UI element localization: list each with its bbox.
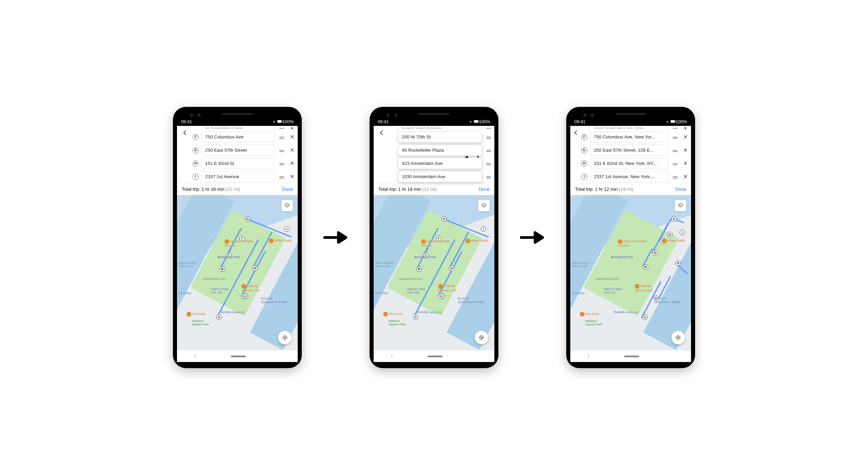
drag-handle-icon[interactable] — [671, 137, 679, 137]
trip-distance: (21 mi) — [226, 187, 240, 192]
waypoint-input[interactable]: 200 W 70th St — [398, 131, 482, 142]
poi-manhattan: MANHATTAN — [218, 255, 240, 259]
location-status-icon — [273, 119, 275, 124]
map-waypoint-B: B — [643, 264, 648, 270]
poi-nj: NEW JERSEYNEW YORK — [376, 262, 393, 268]
map-waypoint-A: A — [216, 315, 222, 320]
drag-handle-icon[interactable] — [671, 176, 679, 177]
poi-hotel57: Hotel 57 NewYork City — [210, 287, 229, 294]
map-layers-button[interactable] — [478, 200, 490, 211]
nav-home-pill[interactable] — [428, 356, 442, 357]
nav-back-icon[interactable]: ‹ — [588, 353, 589, 359]
drag-handle-icon[interactable] — [485, 176, 492, 177]
clock: 09:41 — [378, 119, 389, 124]
remove-waypoint-button[interactable]: ✕ — [288, 127, 296, 129]
directions-header: 1030 Amsterdam Ave, New... ✕ F 750 Colum… — [570, 126, 691, 183]
drag-handle-icon[interactable] — [485, 163, 492, 164]
waypoint-input[interactable]: 45 Rockefeller Plaza — [201, 127, 275, 129]
map-layers-button[interactable] — [675, 200, 686, 211]
map-waypoint-H: H — [449, 266, 454, 271]
map-waypoint-A: A — [413, 315, 418, 320]
waypoint-list[interactable]: Empire State Building 200 W 70th St 45 R… — [389, 127, 492, 182]
remove-waypoint-button[interactable]: ✕ — [682, 147, 689, 153]
waypoint-input[interactable]: 151 E 82nd St — [201, 158, 275, 169]
waypoint-input[interactable]: 250 East 57th Street — [201, 145, 275, 156]
poi-chipotle: ChipotleMexican Grill — [241, 284, 259, 292]
drag-handle-icon[interactable] — [671, 128, 679, 129]
remove-waypoint-button[interactable]: ✕ — [288, 173, 296, 180]
flow-arrow-icon — [322, 229, 349, 246]
nav-home-pill[interactable] — [231, 356, 246, 357]
waypoint-marker-icon: H — [193, 160, 199, 167]
done-button[interactable]: Done — [282, 187, 293, 192]
remove-waypoint-button[interactable]: ✕ — [682, 134, 689, 140]
drag-handle-icon[interactable] — [278, 128, 285, 129]
svg-point-3 — [481, 337, 482, 338]
waypoint-input[interactable]: 1030 Amsterdam Ave — [398, 171, 482, 182]
poi-reinlieb: Reinlieb Laurence — [220, 310, 245, 314]
map-waypoint-H: H — [252, 266, 258, 271]
waypoint-marker-icon: I — [581, 174, 587, 180]
back-button[interactable] — [376, 127, 388, 182]
drag-handle-icon[interactable] — [278, 176, 285, 177]
screen: 09:41 100% 1030 Amsterdam Ave, New... ✕ … — [570, 117, 691, 362]
map-canvas[interactable]: DIFECHBGA Famous FamigliaPizzeria White … — [177, 195, 298, 350]
remove-waypoint-button[interactable]: ✕ — [682, 173, 689, 180]
remove-waypoint-button[interactable]: ✕ — [288, 147, 296, 153]
waypoint-list[interactable]: 1030 Amsterdam Ave, New... ✕ F 750 Colum… — [581, 127, 689, 182]
poi-whitecastle: White Castle — [466, 239, 488, 243]
waypoint-marker-icon: F — [193, 134, 199, 140]
map-canvas[interactable]: EIGFDHBCA Famous FamigliaPizzeria White … — [570, 195, 691, 350]
back-button[interactable] — [572, 127, 580, 182]
status-bar: 09:41 100% — [570, 117, 691, 126]
waypoint-input[interactable]: 2337 1st Avenue, New York,... — [590, 171, 669, 182]
map-waypoint-A: A — [642, 315, 648, 320]
drag-handle-icon[interactable] — [485, 150, 492, 151]
battery-indicator: 100% — [474, 119, 490, 124]
poi-chipotle: ChipotleMexican Grill — [635, 284, 652, 292]
waypoint-row-partial: 45 Rockefeller Plaza ✕ — [193, 127, 296, 129]
location-status-icon — [470, 119, 472, 124]
waypoint-input[interactable]: 1030 Amsterdam Ave, New... — [590, 127, 669, 129]
waypoint-input[interactable]: 2337 1st Avenue — [201, 171, 275, 182]
android-nav-bar: ‹ — [570, 350, 691, 362]
remove-waypoint-button[interactable]: ✕ — [682, 127, 689, 129]
waypoint-input[interactable]: Empire State Building — [398, 127, 482, 129]
drag-handle-icon[interactable] — [671, 150, 679, 151]
my-location-button[interactable] — [671, 331, 685, 344]
android-nav-bar: ‹ — [177, 350, 298, 362]
svg-point-1 — [284, 337, 285, 338]
map-canvas[interactable]: DIFECHBGA Famous FamigliaPizzeria White … — [374, 195, 494, 350]
nav-back-icon[interactable]: ‹ — [391, 353, 393, 359]
drag-handle-icon[interactable] — [278, 150, 285, 151]
drag-handle-icon[interactable] — [485, 137, 492, 137]
map-waypoint-D: D — [441, 216, 447, 222]
waypoint-marker-icon: G — [193, 147, 199, 153]
done-button[interactable]: Done — [675, 187, 686, 192]
map-layers-button[interactable] — [281, 200, 293, 211]
waypoint-list[interactable]: 45 Rockefeller Plaza ✕ F 750 Columbus Av… — [193, 127, 296, 182]
remove-waypoint-button[interactable]: ✕ — [682, 160, 689, 167]
remove-waypoint-button[interactable]: ✕ — [288, 160, 296, 167]
waypoint-input[interactable]: 750 Columbus Ave, New Yor... — [590, 131, 669, 142]
drag-handle-icon[interactable] — [671, 163, 679, 164]
remove-waypoint-button[interactable]: ✕ — [288, 134, 296, 140]
drag-handle-icon[interactable] — [278, 137, 285, 137]
poi-pizzeria: Famous FamigliaPizzeria — [618, 239, 647, 247]
drag-handle-icon[interactable] — [278, 163, 285, 164]
waypoint-input[interactable]: 750 Columbus Ave — [201, 131, 275, 142]
my-location-button[interactable] — [475, 331, 488, 344]
nav-back-icon[interactable]: ‹ — [194, 353, 196, 359]
map-waypoint-D: D — [652, 250, 658, 255]
waypoint-input[interactable]: 151 E 82nd St, New York, NY... — [590, 158, 669, 169]
drag-handle-icon[interactable] — [485, 128, 492, 129]
back-button[interactable] — [179, 127, 191, 182]
done-button[interactable]: Done — [479, 187, 490, 192]
poi-madison: MadisonSquare Park — [389, 319, 406, 326]
waypoint-input[interactable]: 45 Rockefeller Plaza — [398, 145, 482, 156]
waypoint-input[interactable]: 423 Amsterdam Ave — [398, 158, 482, 169]
waypoint-input[interactable]: 250 East 57th Street, 226 E... — [590, 145, 669, 156]
my-location-button[interactable] — [278, 331, 292, 344]
nav-home-pill[interactable] — [624, 356, 639, 357]
status-bar: 09:41 100% — [374, 117, 494, 126]
